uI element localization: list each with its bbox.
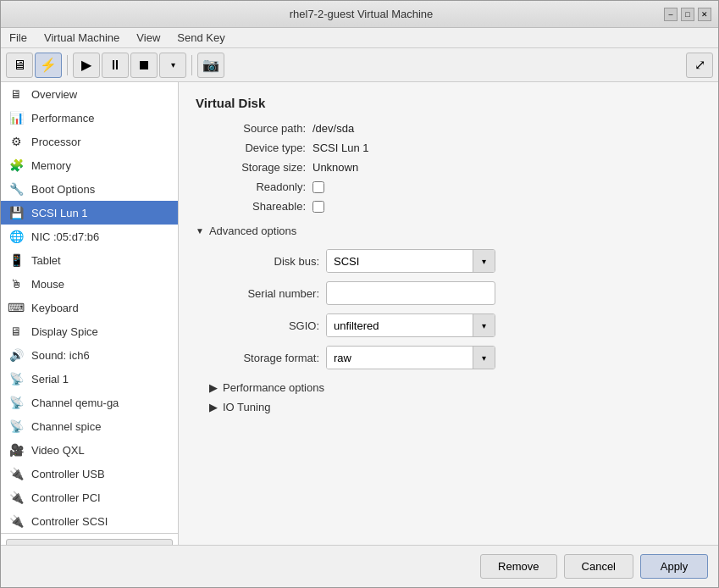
sidebar-item-serial-1[interactable]: 📡 Serial 1 (1, 367, 178, 391)
disk-bus-combo[interactable]: SCSI ▾ (326, 249, 495, 273)
storage-format-dropdown-icon[interactable]: ▾ (473, 347, 495, 369)
stop-button[interactable]: ⏹ (130, 53, 158, 78)
sidebar-item-scsi-lun-1[interactable]: 💾 SCSI Lun 1 (1, 201, 178, 225)
apply-button[interactable]: Apply (640, 554, 708, 579)
sidebar-label-video-qxl: Video QXL (31, 444, 85, 457)
shareable-checkbox[interactable] (312, 201, 324, 213)
sidebar-item-controller-scsi[interactable]: 🔌 Controller SCSI (1, 509, 178, 533)
cancel-button[interactable]: Cancel (564, 554, 633, 579)
play-button[interactable]: ▶ (73, 53, 100, 78)
sidebar-label-tablet: Tablet (31, 254, 61, 267)
sidebar-label-controller-usb: Controller USB (31, 468, 105, 480)
channel-spice-icon: 📡 (8, 418, 25, 435)
sidebar-item-performance[interactable]: 📊 Performance (1, 106, 178, 130)
readonly-checkbox-field (312, 181, 324, 193)
play-icon: ▶ (81, 57, 91, 73)
channel-qemu-ga-icon: 📡 (8, 394, 25, 411)
monitor-icon: 🖥 (13, 58, 26, 73)
sidebar-label-controller-scsi: Controller SCSI (31, 515, 108, 528)
memory-icon: 🧩 (8, 157, 25, 174)
sidebar-label-nic: NIC :05:d7:b6 (31, 230, 99, 243)
detail-title: Virtual Disk (196, 96, 701, 110)
sidebar-item-controller-pci[interactable]: 🔌 Controller PCI (1, 485, 178, 509)
snapshot-icon: 📷 (202, 57, 219, 73)
sidebar-item-display-spice[interactable]: 🖥 Display Spice (1, 319, 178, 343)
minimize-button[interactable]: – (664, 8, 678, 21)
advanced-options-header[interactable]: ▼ Advanced options (196, 219, 701, 242)
sidebar-item-memory[interactable]: 🧩 Memory (1, 153, 178, 177)
performance-options-header[interactable]: ▶ Performance options (209, 378, 701, 397)
monitor-button[interactable]: 🖥 (6, 53, 33, 78)
sidebar-label-memory: Memory (31, 159, 71, 172)
scsi-lun-icon: 💾 (8, 204, 25, 221)
stop-icon: ⏹ (137, 58, 151, 73)
disk-bus-dropdown-icon[interactable]: ▾ (473, 250, 495, 272)
storage-size-label: Storage size: (196, 161, 306, 174)
remove-button[interactable]: Remove (480, 554, 556, 579)
sidebar: 🖥 Overview 📊 Performance ⚙ Processor 🧩 M… (1, 82, 179, 545)
storage-size-row: Storage size: Unknown (196, 161, 701, 174)
sgio-combo[interactable]: unfiltered ▾ (326, 313, 495, 337)
power-icon: ⚡ (40, 57, 57, 73)
performance-options-arrow-icon: ▶ (209, 381, 218, 394)
nic-icon: 🌐 (8, 228, 25, 245)
maximize-button[interactable]: □ (681, 8, 694, 21)
sidebar-item-video-qxl[interactable]: 🎥 Video QXL (1, 438, 178, 462)
sidebar-label-channel-qemu-ga: Channel qemu-ga (31, 397, 119, 409)
display-spice-icon: 🖥 (8, 323, 25, 340)
sidebar-item-keyboard[interactable]: ⌨ Keyboard (1, 296, 178, 319)
sidebar-item-nic[interactable]: 🌐 NIC :05:d7:b6 (1, 225, 178, 248)
controller-pci-icon: 🔌 (8, 489, 25, 506)
sidebar-label-channel-spice: Channel spice (31, 420, 101, 433)
source-path-row: Source path: /dev/sda (196, 122, 701, 135)
shareable-row: Shareable: (196, 200, 701, 213)
pause-button[interactable]: ⏸ (102, 53, 129, 78)
keyboard-icon: ⌨ (8, 299, 25, 316)
controller-scsi-icon: 🔌 (8, 513, 25, 530)
serial-number-input[interactable] (326, 281, 495, 305)
readonly-label: Readonly: (196, 180, 306, 193)
disk-bus-row: Disk bus: SCSI ▾ (209, 249, 701, 273)
power-button[interactable]: ⚡ (35, 53, 62, 78)
sidebar-item-mouse[interactable]: 🖱 Mouse (1, 272, 178, 296)
menu-file[interactable]: File (4, 30, 32, 46)
source-path-value: /dev/sda (312, 122, 354, 135)
close-button[interactable]: ✕ (698, 8, 711, 21)
sidebar-item-boot-options[interactable]: 🔧 Boot Options (1, 177, 178, 201)
readonly-checkbox[interactable] (312, 181, 324, 193)
main-content: 🖥 Overview 📊 Performance ⚙ Processor 🧩 M… (1, 82, 718, 545)
add-hardware-button[interactable]: Add Hardware (6, 539, 173, 545)
sgio-dropdown-icon[interactable]: ▾ (473, 314, 495, 336)
device-type-value: SCSI Lun 1 (312, 141, 369, 154)
power-dropdown-button[interactable]: ▾ (159, 53, 186, 78)
shareable-checkbox-field (312, 201, 324, 213)
sidebar-item-processor[interactable]: ⚙ Processor (1, 130, 178, 153)
performance-icon: 📊 (8, 109, 25, 126)
storage-format-combo[interactable]: raw ▾ (326, 346, 495, 369)
serial-1-icon: 📡 (8, 370, 25, 387)
source-path-label: Source path: (196, 122, 306, 135)
sidebar-item-sound[interactable]: 🔊 Sound: ich6 (1, 343, 178, 367)
dropdown-arrow-icon: ▾ (171, 60, 175, 69)
menu-view[interactable]: View (131, 30, 165, 46)
sidebar-item-controller-usb[interactable]: 🔌 Controller USB (1, 462, 178, 485)
advanced-section: Disk bus: SCSI ▾ Serial number: SGIO: un… (196, 249, 701, 417)
menu-send-key[interactable]: Send Key (172, 30, 230, 46)
menubar: File Virtual Machine View Send Key (1, 28, 718, 48)
sidebar-label-keyboard: Keyboard (31, 302, 79, 314)
storage-format-row: Storage format: raw ▾ (209, 346, 701, 369)
menu-virtual-machine[interactable]: Virtual Machine (39, 30, 124, 46)
sidebar-item-channel-qemu-ga[interactable]: 📡 Channel qemu-ga (1, 391, 178, 414)
window-title: rhel7-2-guest Virtual Machine (58, 8, 664, 20)
sidebar-item-overview[interactable]: 🖥 Overview (1, 82, 178, 106)
snapshot-button[interactable]: 📷 (197, 53, 224, 78)
detail-panel: Virtual Disk Source path: /dev/sda Devic… (179, 82, 718, 545)
resize-button[interactable]: ⤢ (686, 53, 713, 78)
boot-options-icon: 🔧 (8, 180, 25, 197)
sidebar-label-controller-pci: Controller PCI (31, 491, 101, 504)
sidebar-item-tablet[interactable]: 📱 Tablet (1, 248, 178, 272)
io-tuning-header[interactable]: ▶ IO Tuning (209, 397, 701, 417)
sidebar-item-channel-spice[interactable]: 📡 Channel spice (1, 414, 178, 438)
sidebar-label-display-spice: Display Spice (31, 325, 98, 338)
readonly-row: Readonly: (196, 180, 701, 193)
